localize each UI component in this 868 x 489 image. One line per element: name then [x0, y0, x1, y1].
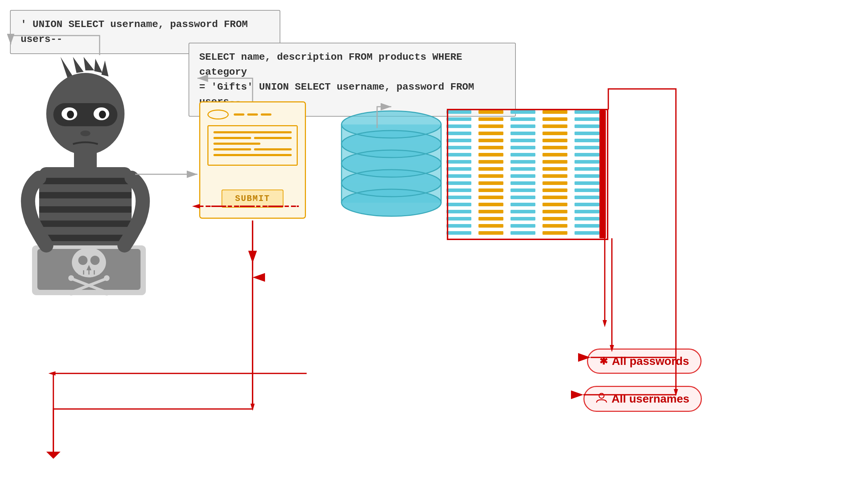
usernames-label: All usernames [612, 392, 689, 405]
svg-rect-83 [478, 203, 503, 206]
svg-point-35 [104, 290, 110, 296]
svg-rect-139 [575, 217, 599, 220]
svg-rect-135 [575, 188, 599, 192]
svg-point-24 [90, 256, 100, 265]
form-line-half-4 [254, 148, 292, 150]
svg-rect-116 [542, 181, 567, 185]
form-dash-1 [234, 113, 244, 116]
svg-marker-4 [101, 60, 108, 76]
form-inner [207, 125, 298, 166]
svg-rect-134 [575, 181, 599, 185]
svg-rect-130 [575, 153, 599, 156]
svg-rect-17 [39, 220, 132, 227]
svg-rect-102 [510, 210, 535, 213]
svg-rect-113 [542, 160, 567, 164]
svg-rect-78 [478, 167, 503, 171]
svg-rect-60 [446, 167, 471, 171]
sql-middle-line1: SELECT name, description FROM products W… [199, 50, 505, 80]
svg-rect-117 [542, 188, 567, 192]
svg-rect-141 [575, 231, 599, 235]
form-line-half-2 [254, 137, 292, 139]
svg-rect-136 [575, 196, 599, 199]
svg-point-143 [599, 393, 604, 398]
all-passwords-badge: ✱ All passwords [587, 349, 702, 374]
all-usernames-badge: All usernames [583, 386, 702, 412]
svg-rect-132 [575, 167, 599, 171]
svg-rect-122 [542, 224, 567, 228]
passwords-label: All passwords [612, 355, 689, 368]
svg-rect-53 [446, 117, 471, 121]
svg-rect-88 [510, 110, 535, 114]
svg-rect-71 [478, 117, 503, 121]
svg-point-32 [68, 275, 74, 281]
svg-rect-84 [478, 210, 503, 213]
svg-rect-67 [446, 217, 471, 220]
svg-rect-127 [575, 132, 599, 135]
form-line-half-3 [213, 148, 251, 150]
svg-rect-109 [542, 132, 567, 135]
form-line-half-1 [213, 137, 251, 139]
svg-rect-63 [446, 188, 471, 192]
svg-marker-160 [51, 452, 55, 459]
svg-rect-80 [478, 181, 503, 185]
svg-rect-121 [542, 217, 567, 220]
svg-rect-59 [446, 160, 471, 164]
svg-rect-115 [542, 174, 567, 178]
svg-rect-52 [446, 110, 471, 114]
svg-rect-92 [510, 139, 535, 142]
form-titlebar [207, 110, 298, 119]
svg-rect-99 [510, 188, 535, 192]
svg-rect-55 [446, 132, 471, 135]
form-line-2 [213, 154, 292, 156]
svg-rect-70 [478, 110, 503, 114]
svg-rect-64 [446, 196, 471, 199]
svg-rect-98 [510, 181, 535, 185]
svg-rect-76 [478, 153, 503, 156]
svg-rect-137 [575, 203, 599, 206]
form-dash-2 [247, 113, 258, 116]
svg-rect-15 [39, 192, 132, 198]
svg-rect-56 [446, 139, 471, 142]
svg-point-11 [80, 131, 90, 136]
form-line-1 [213, 131, 292, 133]
svg-rect-123 [542, 231, 567, 235]
leaked-data-columns [446, 110, 607, 238]
svg-rect-16 [39, 206, 132, 213]
svg-point-9 [67, 111, 74, 118]
hacker-illustration [11, 57, 167, 306]
form-dashes [234, 113, 271, 116]
svg-rect-62 [446, 181, 471, 185]
svg-marker-2 [84, 57, 94, 70]
svg-rect-91 [510, 132, 535, 135]
svg-marker-164 [193, 204, 200, 208]
svg-marker-0 [60, 57, 73, 78]
svg-point-34 [68, 290, 74, 296]
svg-rect-100 [510, 196, 535, 199]
svg-marker-166 [250, 404, 255, 411]
svg-rect-66 [446, 210, 471, 213]
svg-rect-133 [575, 174, 599, 178]
svg-rect-65 [446, 203, 471, 206]
form-lines-group-2 [213, 148, 292, 150]
svg-rect-72 [478, 124, 503, 128]
database-icon [338, 103, 445, 238]
form-lines-group-1 [213, 137, 292, 139]
svg-rect-58 [446, 153, 471, 156]
svg-rect-142 [599, 110, 606, 238]
svg-rect-96 [510, 167, 535, 171]
web-form: SUBMIT [199, 101, 306, 219]
svg-rect-75 [478, 146, 503, 149]
svg-rect-90 [510, 124, 535, 128]
svg-rect-104 [510, 224, 535, 228]
svg-rect-140 [575, 224, 599, 228]
usernames-icon [596, 392, 607, 406]
svg-rect-77 [478, 160, 503, 164]
svg-rect-74 [478, 139, 503, 142]
svg-point-23 [78, 256, 88, 265]
svg-rect-61 [446, 174, 471, 178]
submit-button[interactable]: SUBMIT [222, 190, 284, 208]
svg-rect-138 [575, 210, 599, 213]
svg-rect-124 [575, 110, 599, 114]
svg-rect-73 [478, 132, 503, 135]
svg-marker-161 [48, 371, 55, 376]
